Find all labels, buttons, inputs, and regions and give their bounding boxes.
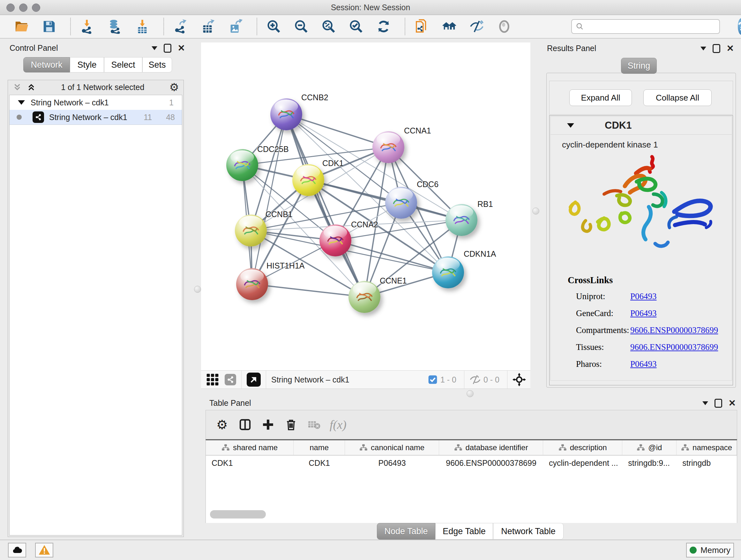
export-network-icon[interactable] xyxy=(172,18,189,35)
tab-sets[interactable]: Sets xyxy=(142,57,172,72)
cloud-button[interactable] xyxy=(8,543,26,557)
warning-button[interactable] xyxy=(35,543,53,557)
memory-button[interactable]: Memory xyxy=(686,543,734,557)
network-type-icon[interactable] xyxy=(225,374,236,385)
tab-node-table[interactable]: Node Table xyxy=(377,523,435,540)
help-icon[interactable]: ? xyxy=(738,18,741,35)
panel-float-icon[interactable] xyxy=(713,44,720,53)
panel-close-icon[interactable]: ✕ xyxy=(729,399,736,408)
network-collection-row[interactable]: String Network – cdk1 1 xyxy=(10,95,182,110)
network-node-CCNB2[interactable] xyxy=(270,98,302,130)
share-file-icon[interactable] xyxy=(414,18,430,35)
section-collapse-icon[interactable] xyxy=(567,123,574,128)
network-node-CDC6[interactable] xyxy=(385,187,417,219)
export-table-icon[interactable] xyxy=(200,18,216,35)
panel-menu-icon[interactable] xyxy=(702,401,708,405)
refresh-icon[interactable] xyxy=(375,18,392,35)
import-table-file-icon[interactable] xyxy=(134,18,151,35)
table-row[interactable]: CDK1CDK1P064939606.ENSP00000378699cyclin… xyxy=(206,455,737,470)
table-cell[interactable]: cyclin-dependent ... xyxy=(543,458,622,468)
search-icon xyxy=(576,22,584,30)
column-header-database-identifier[interactable]: database identifier xyxy=(439,440,543,455)
houses-icon[interactable] xyxy=(441,18,458,35)
network-node-HIST1H1A[interactable] xyxy=(236,268,268,300)
column-header-name[interactable]: name xyxy=(293,440,345,455)
panel-menu-icon[interactable] xyxy=(700,47,706,51)
selected-checkbox-icon[interactable] xyxy=(428,374,438,385)
show-columns-icon[interactable] xyxy=(238,417,253,432)
zoom-fit-icon[interactable] xyxy=(320,18,337,35)
open-session-icon[interactable] xyxy=(13,18,30,35)
birds-eye-grid-icon[interactable] xyxy=(205,373,219,387)
left-splitter-handle[interactable] xyxy=(194,286,201,293)
network-node-CCNA1[interactable] xyxy=(373,131,404,163)
string-network-icon xyxy=(32,111,44,123)
crosslink-link[interactable]: P06493 xyxy=(630,292,657,301)
column-header-shared-name[interactable]: shared name xyxy=(206,440,293,455)
network-node-CDK1[interactable] xyxy=(292,164,324,196)
tab-style[interactable]: Style xyxy=(70,57,104,72)
crosslink-link[interactable]: 9606.ENSP00000378699 xyxy=(630,342,718,352)
network-edge-HIST1H1A-CCNE1[interactable] xyxy=(252,284,364,297)
crosslink-link[interactable]: P06493 xyxy=(630,359,657,369)
save-session-icon[interactable] xyxy=(41,18,57,35)
table-cell[interactable]: 9606.ENSP00000378699 xyxy=(439,458,543,468)
fit-content-crosshair-icon[interactable] xyxy=(513,373,526,386)
hide-eye-icon[interactable] xyxy=(468,18,485,35)
import-network-file-icon[interactable] xyxy=(79,18,96,35)
network-node-CDKN1A[interactable] xyxy=(432,256,464,288)
export-image-icon[interactable] xyxy=(227,18,244,35)
network-options-gear-icon[interactable]: ⚙ xyxy=(170,81,179,94)
table-cell[interactable]: CDK1 xyxy=(293,458,345,468)
panel-close-icon[interactable]: ✕ xyxy=(178,44,185,53)
zoom-in-icon[interactable] xyxy=(266,18,282,35)
tab-network[interactable]: Network xyxy=(23,57,70,72)
tab-network-table[interactable]: Network Table xyxy=(493,523,563,540)
network-node-CCNB1[interactable] xyxy=(235,214,267,246)
table-cell[interactable]: stringdb:9... xyxy=(622,458,677,468)
network-node-CCNA2[interactable] xyxy=(320,225,351,256)
table-horizontal-scrollbar[interactable] xyxy=(210,510,266,518)
import-network-database-icon[interactable] xyxy=(107,18,123,35)
column-header-description[interactable]: description xyxy=(543,440,622,455)
search-box[interactable] xyxy=(571,19,720,34)
network-node-CCNE1[interactable] xyxy=(348,281,381,313)
tab-select[interactable]: Select xyxy=(104,57,142,72)
function-builder-icon[interactable]: f(x) xyxy=(330,417,347,432)
panel-menu-icon[interactable] xyxy=(151,46,157,50)
column-header-canonical-name[interactable]: canonical name xyxy=(345,440,439,455)
table-cell[interactable]: stringdb xyxy=(677,458,737,468)
collapse-all-icon[interactable] xyxy=(12,82,22,92)
right-splitter-handle[interactable] xyxy=(532,207,539,214)
search-input[interactable] xyxy=(584,22,719,31)
table-cell[interactable]: P06493 xyxy=(345,458,439,468)
collapse-all-button[interactable]: Collapse All xyxy=(643,89,712,106)
detach-view-icon[interactable] xyxy=(247,373,261,387)
panel-close-icon[interactable]: ✕ xyxy=(727,44,734,53)
expand-all-icon[interactable] xyxy=(26,82,36,92)
network-row[interactable]: String Network – cdk1 11 48 xyxy=(10,110,182,125)
network-edge-CCNB2-HIST1H1A[interactable] xyxy=(252,114,286,284)
eye-icon[interactable] xyxy=(496,18,513,35)
network-node-RB1[interactable] xyxy=(446,204,477,236)
delete-table-icon[interactable] xyxy=(307,417,321,432)
delete-column-trash-icon[interactable] xyxy=(284,417,298,432)
hidden-eye-slash-icon[interactable] xyxy=(469,374,481,385)
table-options-gear-icon[interactable]: ⚙ xyxy=(215,417,229,432)
expand-all-button[interactable]: Expand All xyxy=(569,89,632,106)
collection-expand-icon[interactable] xyxy=(18,100,25,105)
tab-edge-table[interactable]: Edge Table xyxy=(435,523,493,540)
column-header-@id[interactable]: @id xyxy=(622,440,677,455)
zoom-selected-icon[interactable] xyxy=(348,18,364,35)
panel-float-icon[interactable] xyxy=(164,44,172,53)
zoom-out-icon[interactable] xyxy=(293,18,310,35)
column-header-namespace[interactable]: namespace xyxy=(677,440,737,455)
crosslink-link[interactable]: P06493 xyxy=(630,308,657,318)
table-cell[interactable]: CDK1 xyxy=(206,458,293,468)
network-canvas[interactable]: CCNB2CCNA1CDC25BCDK1CDC6RB1CCNB1CCNA2CDK… xyxy=(201,43,530,370)
panel-float-icon[interactable] xyxy=(715,399,722,408)
add-column-icon[interactable] xyxy=(261,417,275,432)
crosslink-link[interactable]: 9606.ENSP00000378699 xyxy=(630,325,718,335)
network-node-CDC25B[interactable] xyxy=(226,149,258,181)
tab-string[interactable]: String xyxy=(621,58,657,74)
